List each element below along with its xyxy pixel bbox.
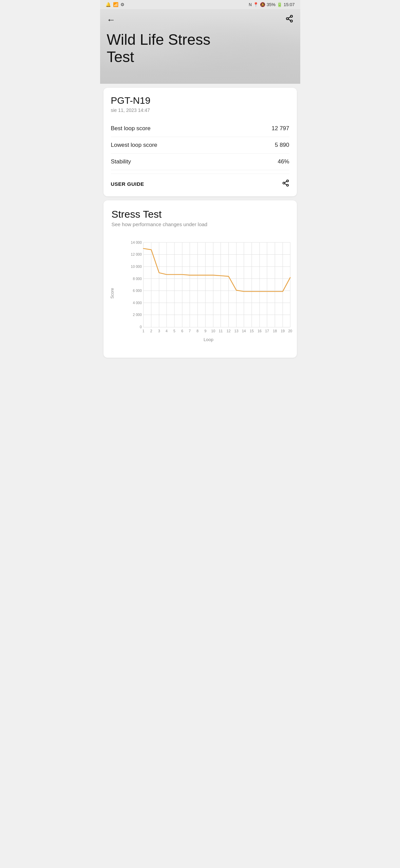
stability-row: Stability 46% — [111, 154, 289, 170]
svg-text:6 000: 6 000 — [133, 289, 142, 293]
lowest-loop-label: Lowest loop score — [111, 142, 157, 149]
svg-text:15: 15 — [250, 329, 254, 333]
svg-text:6: 6 — [181, 329, 183, 333]
svg-text:1: 1 — [142, 329, 144, 333]
status-left-icons: 🔔 📶 ⚙ — [106, 2, 125, 7]
lowest-loop-row: Lowest loop score 5 890 — [111, 137, 289, 154]
location-icon: 📍 — [253, 2, 259, 7]
svg-text:0: 0 — [140, 325, 142, 329]
chart-line — [143, 249, 290, 292]
svg-text:18: 18 — [273, 329, 277, 333]
user-guide-label: USER GUIDE — [111, 181, 144, 187]
y-axis-label: Score — [110, 288, 114, 298]
svg-text:14: 14 — [242, 329, 246, 333]
best-loop-value: 12 797 — [272, 125, 289, 132]
silent-icon: 🔕 — [260, 2, 265, 7]
stress-test-subtitle: See how performance changes under load — [107, 220, 293, 234]
svg-line-3 — [288, 19, 290, 21]
share-header-button[interactable] — [285, 15, 293, 24]
svg-line-8 — [284, 183, 286, 185]
best-loop-row: Best loop score 12 797 — [111, 120, 289, 137]
clock: 15:07 — [284, 2, 295, 7]
battery-percent: 35% — [267, 2, 275, 7]
stability-value: 46% — [278, 158, 289, 165]
user-guide-share-icon[interactable] — [282, 179, 289, 188]
user-guide-row[interactable]: USER GUIDE — [111, 174, 289, 189]
svg-text:13: 13 — [234, 329, 238, 333]
svg-text:16: 16 — [258, 329, 262, 333]
header-nav: ← — [107, 15, 293, 24]
svg-text:8: 8 — [196, 329, 198, 333]
stress-test-title: Stress Test — [107, 209, 293, 220]
svg-text:10 000: 10 000 — [131, 264, 141, 269]
wifi-icon: 📶 — [113, 2, 118, 7]
result-card: PGT-N19 sie 11, 2023 14:47 Best loop sco… — [103, 88, 297, 196]
svg-text:9: 9 — [204, 329, 206, 333]
x-axis-label: Loop — [124, 337, 293, 342]
svg-text:3: 3 — [158, 329, 160, 333]
status-right-icons: N 📍 🔕 35% 🔋 15:07 — [249, 2, 294, 7]
svg-text:2 000: 2 000 — [133, 313, 142, 317]
svg-line-9 — [284, 181, 286, 183]
svg-text:17: 17 — [265, 329, 269, 333]
svg-text:10: 10 — [211, 329, 215, 333]
status-bar: 🔔 📶 ⚙ N 📍 🔕 35% 🔋 15:07 — [100, 0, 300, 9]
svg-text:5: 5 — [173, 329, 175, 333]
back-button[interactable]: ← — [107, 15, 116, 24]
page-title: Wild Life StressTest — [107, 31, 293, 65]
stability-label: Stability — [111, 158, 131, 165]
best-loop-label: Best loop score — [111, 125, 151, 132]
svg-text:19: 19 — [281, 329, 285, 333]
svg-text:2: 2 — [150, 329, 152, 333]
stress-chart: 14 000 12 000 10 000 8 000 6 000 4 000 2… — [124, 234, 293, 336]
stress-test-card: Stress Test See how performance changes … — [103, 200, 297, 358]
svg-text:4: 4 — [166, 329, 168, 333]
svg-text:12 000: 12 000 — [131, 252, 141, 256]
svg-text:14 000: 14 000 — [131, 240, 141, 244]
lowest-loop-value: 5 890 — [275, 142, 289, 149]
svg-line-4 — [288, 17, 290, 18]
svg-text:11: 11 — [218, 329, 223, 333]
svg-text:4 000: 4 000 — [133, 301, 142, 305]
nfc-icon: N — [249, 2, 252, 7]
header-section: ← Wild Life StressTest — [100, 9, 300, 84]
svg-text:7: 7 — [189, 329, 191, 333]
settings-icon: ⚙ — [120, 2, 125, 7]
svg-text:20: 20 — [288, 329, 292, 333]
svg-text:12: 12 — [226, 329, 230, 333]
svg-text:8 000: 8 000 — [133, 277, 142, 281]
battery-icon: 🔋 — [277, 2, 282, 7]
notification-icon: 🔔 — [106, 2, 111, 7]
chart-container: Score 14 000 12 000 10 000 8 000 6 000 4… — [107, 234, 293, 352]
device-date: sie 11, 2023 14:47 — [111, 107, 289, 113]
device-name: PGT-N19 — [111, 95, 289, 106]
